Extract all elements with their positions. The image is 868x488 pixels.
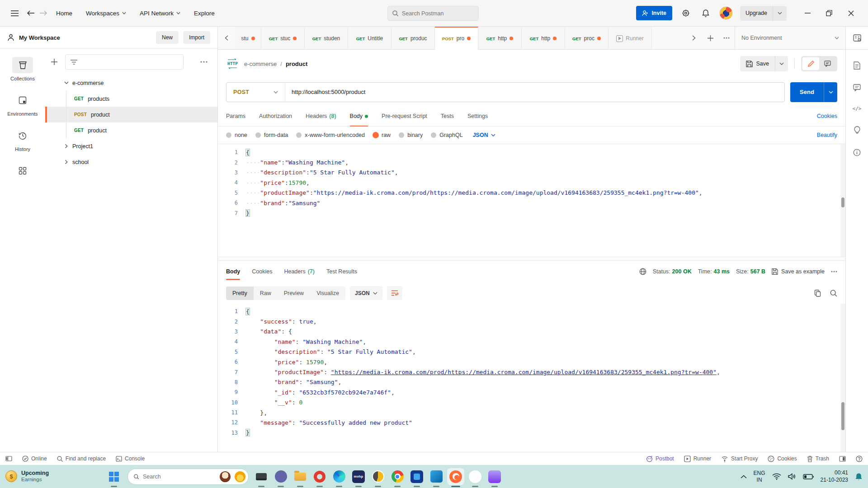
tab-runner[interactable]: Runner (609, 27, 652, 49)
notifications-bell-icon[interactable] (699, 7, 712, 19)
settings-gear-icon[interactable] (679, 7, 692, 19)
save-button[interactable]: Save (740, 56, 775, 71)
search-response-icon[interactable] (830, 290, 837, 297)
send-button[interactable]: Send (790, 82, 837, 102)
cookies-button[interactable]: Cookies (768, 455, 797, 462)
method-selector[interactable]: POST (226, 83, 285, 102)
postbot-button[interactable]: Postbot (646, 455, 674, 462)
request-tab-params[interactable]: Params (226, 106, 245, 126)
tab-get-untitle[interactable]: GET Untitle (348, 27, 392, 49)
save-as-example-button[interactable]: Save as example (772, 268, 825, 275)
volume-icon[interactable] (788, 473, 796, 480)
sidebar-item-environments[interactable]: Environments (7, 92, 38, 117)
response-more-icon[interactable] (831, 271, 837, 272)
request-tab-headers[interactable]: Headers (8) (306, 106, 336, 126)
mvhp-app-icon[interactable]: mvhp (352, 470, 365, 483)
new-tab-button[interactable] (702, 27, 718, 49)
comment-icon[interactable] (819, 57, 836, 70)
language-indicator[interactable]: ENG IN (754, 470, 765, 483)
request-post-product[interactable]: POST product (45, 107, 217, 122)
response-tab-cookies[interactable]: Cookies (252, 261, 272, 282)
edge-app-icon[interactable] (332, 470, 346, 483)
bottom-panel-toggle-icon[interactable] (839, 456, 846, 462)
tree-chevron-icon[interactable] (61, 81, 72, 84)
response-tab-body[interactable]: Body (226, 261, 240, 282)
tab-post-pro[interactable]: POST pro (435, 27, 478, 50)
breadcrumb-request-name[interactable]: product (286, 61, 307, 67)
request-tab-authorization[interactable]: Authorization (259, 106, 292, 126)
collections-filter-box[interactable] (65, 54, 184, 70)
close-button[interactable] (842, 5, 860, 21)
tree-chevron-icon[interactable] (61, 145, 72, 148)
workspace-title[interactable]: My Workspace (19, 34, 60, 41)
hamburger-menu-icon[interactable] (8, 7, 21, 19)
environment-quick-look-icon[interactable] (853, 34, 861, 42)
opera-app-icon[interactable] (313, 470, 326, 483)
start-button[interactable] (107, 470, 121, 483)
sidebar-item-history[interactable]: History (12, 127, 33, 152)
time-badge[interactable]: Time:43 ms (698, 268, 730, 275)
code-snippet-icon[interactable]: </> (853, 106, 862, 112)
notification-bell-icon[interactable] (855, 473, 863, 481)
tab-get-stuc[interactable]: GET stuc (261, 27, 305, 49)
request-tab-settings[interactable]: Settings (467, 106, 488, 126)
upgrade-chevron[interactable] (773, 6, 787, 21)
comments-icon[interactable] (853, 84, 862, 91)
send-options-chevron[interactable] (824, 82, 837, 102)
upgrade-button[interactable]: Upgrade (740, 6, 787, 21)
request-body-editor[interactable]: 1{2····"name":"Washing Machine",3····"de… (218, 144, 845, 257)
collection-school[interactable]: school (45, 154, 217, 170)
size-badge[interactable]: Size:567 B (736, 268, 765, 275)
laptop-app-icon[interactable] (255, 470, 268, 483)
response-tab-headers[interactable]: Headers (7) (284, 261, 315, 282)
new-button[interactable]: New (156, 31, 179, 44)
collections-more-icon[interactable] (198, 56, 210, 68)
request-editor-scrollbar[interactable] (840, 144, 845, 257)
response-tab-test-results[interactable]: Test Results (326, 261, 357, 282)
global-search-input[interactable] (402, 10, 461, 17)
mode-graphql[interactable]: GraphQL (431, 132, 462, 138)
cookies-link[interactable]: Cookies (817, 113, 837, 119)
menu-api-network[interactable]: API Network (140, 10, 180, 17)
pane-splitter[interactable] (218, 257, 845, 261)
runner-button[interactable]: Runner (684, 455, 711, 462)
avatar[interactable] (719, 6, 733, 20)
breadcrumb-collection[interactable]: e-commerse (244, 61, 277, 67)
global-search[interactable] (387, 6, 479, 21)
view-raw[interactable]: Raw (254, 286, 278, 300)
tabs-scroll-right-icon[interactable] (686, 27, 702, 49)
postman-app-icon[interactable] (449, 470, 462, 483)
payment-app-icon[interactable] (371, 470, 385, 483)
tab-get-produc[interactable]: GET produc (392, 27, 435, 49)
mode-none[interactable]: none (226, 132, 247, 138)
capcut-app-icon[interactable] (488, 470, 501, 483)
mode-raw[interactable]: raw (373, 132, 391, 138)
save-options-chevron[interactable] (775, 56, 788, 71)
teams-app-icon[interactable] (274, 470, 288, 483)
battery-icon[interactable] (803, 474, 814, 479)
menu-workspaces[interactable]: Workspaces (86, 10, 126, 17)
vscode-app-icon[interactable] (429, 470, 443, 483)
search-highlight-sparkler-icon[interactable] (235, 471, 245, 482)
view-visualize[interactable]: Visualize (310, 286, 345, 300)
import-button[interactable]: Import (183, 31, 210, 44)
wrap-lines-icon[interactable] (387, 286, 402, 300)
tab-get-http-1[interactable]: GET http (478, 27, 522, 49)
sidebar-item-more-blocks[interactable] (12, 163, 33, 179)
response-editor-scrollbar[interactable] (840, 304, 845, 452)
chrome-app-icon[interactable] (391, 470, 404, 483)
photos-app-icon[interactable] (410, 470, 424, 483)
console-button[interactable]: Console (116, 455, 145, 462)
request-tab-body[interactable]: Body (350, 106, 368, 126)
mode-x-www-form-urlencoded[interactable]: x-www-form-urlencoded (296, 132, 365, 138)
status-badge[interactable]: Status:200 OK (653, 268, 692, 275)
taskbar-search-input[interactable] (143, 474, 216, 480)
start-proxy-button[interactable]: Start Proxy (721, 455, 758, 462)
back-icon[interactable] (24, 7, 37, 19)
request-get-products[interactable]: GET products (45, 91, 217, 107)
menu-explore[interactable]: Explore (194, 10, 215, 17)
sidebar-toggle-icon[interactable] (5, 456, 12, 461)
tree-chevron-icon[interactable] (61, 160, 72, 164)
add-collection-button[interactable] (48, 56, 61, 68)
online-status[interactable]: Online (22, 455, 47, 462)
